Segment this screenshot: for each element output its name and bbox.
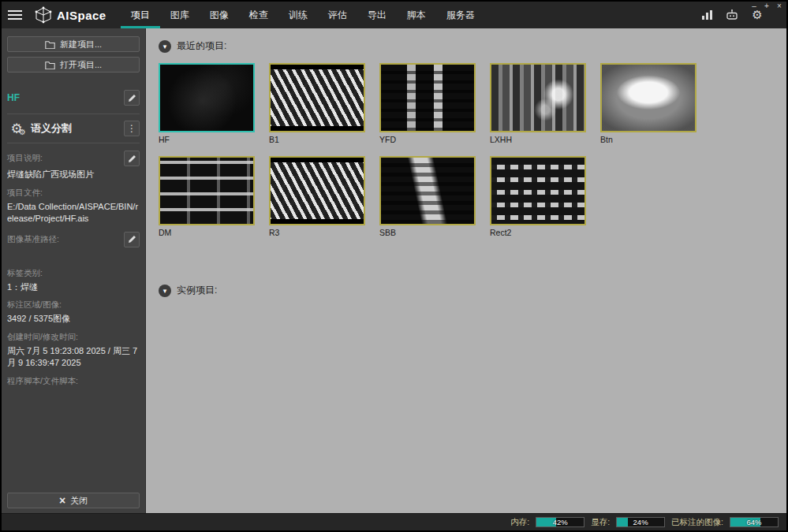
new-project-label: 新建项目... xyxy=(60,39,102,50)
close-project-button[interactable]: × 关闭 xyxy=(7,493,140,508)
project-name: HF xyxy=(159,135,255,144)
meter-percentage: 24% xyxy=(617,518,664,526)
close-window-button[interactable]: × xyxy=(775,2,783,10)
edit-base-path-button[interactable] xyxy=(124,232,140,247)
project-card-SBB[interactable]: SBB xyxy=(379,156,476,237)
chart-icon[interactable] xyxy=(700,8,714,22)
tab-服务器[interactable]: 服务器 xyxy=(436,2,485,28)
meter-bar: 24% xyxy=(616,517,665,527)
edit-project-name-button[interactable] xyxy=(124,90,140,106)
app-logo: AISpace xyxy=(33,6,106,24)
project-card-B1[interactable]: B1 xyxy=(269,63,365,144)
project-name: Btn xyxy=(600,135,697,144)
tab-脚本[interactable]: 脚本 xyxy=(397,2,436,28)
description-value: 焊缝缺陷广西现场图片 xyxy=(7,169,140,180)
project-thumbnail[interactable] xyxy=(159,63,255,132)
maximize-button[interactable]: + xyxy=(763,2,771,10)
project-thumbnail[interactable] xyxy=(379,156,476,225)
current-project-name: HF xyxy=(7,92,20,103)
minimize-button[interactable]: – xyxy=(750,2,758,10)
project-card-DM[interactable]: DM xyxy=(159,156,255,237)
project-name: DM xyxy=(159,228,255,237)
example-projects-label: 实例项目: xyxy=(177,284,217,297)
tab-项目[interactable]: 项目 xyxy=(121,2,160,28)
project-card-LXHH[interactable]: LXHH xyxy=(490,63,586,144)
tab-评估[interactable]: 评估 xyxy=(318,2,357,28)
pencil-icon xyxy=(128,235,136,244)
example-projects-header: ▾ 实例项目: xyxy=(159,284,774,297)
recent-projects-label: 最近的项目: xyxy=(177,39,226,53)
status-meters: 内存:42%显存:24%已标注的图像:64% xyxy=(510,517,779,528)
app-window: AISpace 项目图库图像检查训练评估导出脚本服务器 ⚙ – + × 新建项目… xyxy=(0,0,788,532)
project-thumbnail[interactable] xyxy=(600,63,697,132)
description-label: 项目说明: xyxy=(7,153,43,164)
gears-icon: ⚙⚙ xyxy=(7,122,26,136)
recent-grid: HFB1YFDLXHHBtnDMR3SBBRect2 xyxy=(159,63,726,249)
collapse-example-icon[interactable]: ▾ xyxy=(159,285,171,297)
window-controls: – + × xyxy=(750,2,783,10)
pencil-icon xyxy=(128,154,136,163)
task-type-label: 语义分割 xyxy=(31,121,119,136)
project-file-label: 项目文件: xyxy=(7,188,43,199)
recent-projects-header: ▾ 最近的项目: xyxy=(159,39,774,53)
project-card-R3[interactable]: R3 xyxy=(269,156,365,237)
project-name: B1 xyxy=(269,135,365,144)
project-card-Btn[interactable]: Btn xyxy=(600,63,697,144)
project-thumbnail[interactable] xyxy=(269,156,365,225)
project-file-path: E:/Data Collection/AISPACE/BIN/release/P… xyxy=(7,201,140,225)
time-label: 创建时间/修改时间: xyxy=(7,332,78,343)
project-name: R3 xyxy=(269,228,365,237)
task-menu-button[interactable]: ⋮ xyxy=(124,121,140,136)
tab-图库[interactable]: 图库 xyxy=(160,2,200,28)
tab-检查[interactable]: 检查 xyxy=(239,2,278,28)
label-class-value: 1：焊缝 xyxy=(7,281,140,293)
tab-图像[interactable]: 图像 xyxy=(200,2,239,28)
meter-percentage: 64% xyxy=(730,518,778,526)
project-name: SBB xyxy=(379,228,476,237)
logo-cube-icon xyxy=(33,6,54,24)
project-card-HF[interactable]: HF xyxy=(159,63,255,144)
project-thumbnail[interactable] xyxy=(379,63,476,132)
label-class-label: 标签类别: xyxy=(7,268,43,279)
meter-label: 显存: xyxy=(591,517,610,528)
project-card-Rect2[interactable]: Rect2 xyxy=(490,156,586,237)
app-title: AISpace xyxy=(57,9,106,22)
script-label: 程序脚本/文件脚本: xyxy=(7,376,78,387)
base-path-label: 图像基准路径: xyxy=(7,234,59,245)
meter-bar: 64% xyxy=(730,517,779,527)
project-name: YFD xyxy=(379,135,476,144)
folder-icon xyxy=(45,40,55,49)
close-label: 关闭 xyxy=(70,495,88,507)
close-x-icon: × xyxy=(59,495,65,506)
project-thumbnail[interactable] xyxy=(490,63,586,132)
collapse-recent-icon[interactable]: ▾ xyxy=(159,40,171,53)
time-value: 周六 7月 5 19:23:08 2025 / 周三 7月 9 16:39:47… xyxy=(7,345,140,369)
project-thumbnail[interactable] xyxy=(490,156,586,225)
meter-bar: 42% xyxy=(536,517,584,527)
pencil-icon xyxy=(128,94,136,102)
project-name: Rect2 xyxy=(490,228,586,237)
project-name: LXHH xyxy=(490,135,586,144)
menu-icon[interactable] xyxy=(8,6,28,24)
robot-icon[interactable] xyxy=(725,8,739,22)
topbar: AISpace 项目图库图像检查训练评估导出脚本服务器 ⚙ – + × xyxy=(2,2,786,28)
open-project-label: 打开项目... xyxy=(60,59,102,71)
folder-open-icon xyxy=(45,61,55,69)
region-count-value: 3492 / 5375图像 xyxy=(7,313,140,325)
open-project-button[interactable]: 打开项目... xyxy=(7,57,140,73)
edit-description-button[interactable] xyxy=(124,151,140,166)
meter-label: 内存: xyxy=(510,517,529,528)
main-area: ▾ 最近的项目: HFB1YFDLXHHBtnDMR3SBBRect2 ▾ 实例… xyxy=(146,28,786,513)
project-thumbnail[interactable] xyxy=(159,156,255,225)
project-card-YFD[interactable]: YFD xyxy=(379,63,476,144)
new-project-button[interactable]: 新建项目... xyxy=(7,36,140,52)
region-count-label: 标注区域/图像: xyxy=(7,299,62,311)
nav-tabs: 项目图库图像检查训练评估导出脚本服务器 xyxy=(121,2,485,28)
sidebar: 新建项目... 打开项目... HF ⚙⚙ 语义分割 ⋮ 项目说明: xyxy=(2,28,146,513)
meter-percentage: 42% xyxy=(536,518,584,526)
status-bar: 内存:42%显存:24%已标注的图像:64% xyxy=(2,513,786,530)
meter-label: 已标注的图像: xyxy=(671,517,723,528)
project-thumbnail[interactable] xyxy=(269,63,365,132)
tab-导出[interactable]: 导出 xyxy=(357,2,397,28)
tab-训练[interactable]: 训练 xyxy=(278,2,318,28)
